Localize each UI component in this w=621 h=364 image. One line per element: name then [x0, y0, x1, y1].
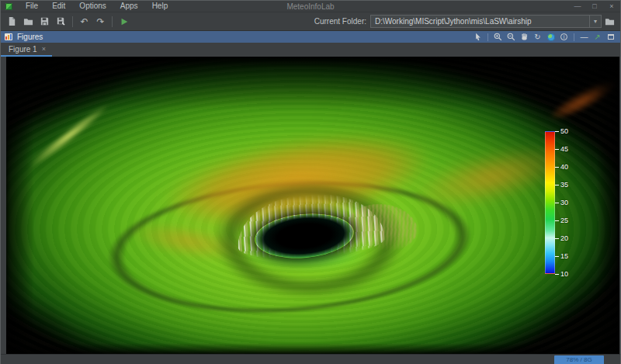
tick-line	[555, 149, 559, 150]
typhoon-eye	[253, 210, 356, 262]
tab-label: Figure 1	[9, 45, 37, 54]
figure-tools: ↻ i — ↗	[472, 32, 616, 42]
tab-close-icon[interactable]: ×	[42, 45, 46, 53]
menu-apps[interactable]: Apps	[113, 1, 145, 12]
float-arrow-icon: ↗	[594, 33, 600, 41]
tick-label: 30	[560, 199, 568, 206]
eyewall-shadow-ring	[200, 173, 418, 305]
eyewall-tan-streaks	[345, 199, 420, 255]
figure-tab-bar: Figure 1 ×	[1, 43, 620, 57]
select-tool-button[interactable]	[472, 32, 484, 42]
globe-icon	[547, 33, 555, 41]
minimize-button[interactable]: —	[569, 1, 586, 12]
current-folder-label: Current Folder:	[314, 17, 366, 26]
tick-line	[555, 131, 559, 132]
orange-rainband-upper	[148, 114, 446, 248]
app-logo-icon	[5, 3, 12, 10]
rotate-icon: ↻	[534, 33, 540, 41]
tab-figure-1[interactable]: Figure 1 ×	[1, 43, 52, 57]
storm-base-layer	[6, 57, 619, 354]
new-script-button[interactable]	[4, 13, 20, 29]
tick-label: 40	[560, 163, 568, 171]
browse-folder-icon	[605, 16, 615, 26]
pan-hand-icon	[520, 33, 529, 41]
tick-label: 50	[560, 127, 568, 135]
zoom-in-button[interactable]	[492, 32, 504, 42]
eye-green-rim	[235, 239, 375, 272]
save-as-button[interactable]	[53, 13, 69, 29]
tick-label: 10	[560, 270, 568, 278]
restore-window-icon	[608, 34, 614, 40]
tools-separator	[574, 33, 574, 41]
open-file-button[interactable]	[20, 13, 36, 29]
open-folder-icon	[23, 16, 33, 26]
save-button[interactable]	[36, 13, 53, 29]
maximize-button[interactable]: □	[586, 1, 603, 12]
bar-red	[5, 36, 7, 40]
canvas-row: 504540353025201510	[1, 57, 620, 354]
tick-label: 45	[560, 145, 568, 153]
menu-help[interactable]: Help	[145, 1, 175, 12]
menu-edit[interactable]: Edit	[45, 1, 72, 12]
toolbar-separator	[72, 16, 73, 27]
yellow-streak-upper-left	[22, 98, 115, 174]
redo-button[interactable]: ↷	[92, 13, 109, 29]
new-file-icon	[7, 16, 17, 26]
save-as-icon	[56, 16, 66, 26]
colorbar-gradient	[545, 131, 555, 274]
colorbar-ticks: 504540353025201510	[555, 131, 577, 274]
identify-button[interactable]: i	[558, 32, 570, 42]
bar-orange	[8, 35, 9, 40]
storm-texture-layer	[6, 57, 619, 354]
figures-panel-header: Figures	[1, 31, 620, 43]
title-bar: File Edit Options Apps Help MeteoInfoLab…	[1, 1, 620, 12]
cursor-arrow-icon	[474, 33, 482, 41]
zoom-out-button[interactable]	[505, 32, 517, 42]
full-extent-button[interactable]	[545, 32, 557, 42]
tick-line	[555, 256, 559, 257]
status-bar: 78% / 8G	[1, 354, 620, 364]
current-folder-combobox[interactable]: D:\Working\MIScript\Jython\mis\LaSW\airs…	[370, 15, 602, 28]
tick-label: 15	[560, 252, 568, 260]
redo-icon: ↷	[96, 17, 104, 26]
outer-spiral-arc	[103, 168, 477, 325]
vignette-layer	[6, 57, 619, 354]
close-button[interactable]: ×	[603, 1, 620, 12]
pan-tool-button[interactable]	[519, 32, 530, 42]
colorbar: 504540353025201510	[545, 131, 577, 274]
memory-usage-badge[interactable]: 78% / 8G	[554, 355, 604, 364]
current-folder-value[interactable]: D:\Working\MIScript\Jython\mis\LaSW\airs…	[371, 17, 589, 26]
figures-chart-icon	[5, 33, 12, 40]
panel-minimize-icon: —	[581, 33, 588, 41]
tick-line	[555, 185, 559, 185]
tick-label: 35	[560, 181, 568, 189]
panel-float-button[interactable]: ↗	[592, 32, 603, 42]
eyewall-cloud-streaks	[234, 189, 386, 262]
toolbar-separator	[112, 16, 113, 27]
zoom-out-icon	[507, 33, 515, 41]
orange-rainband-left	[120, 213, 256, 271]
bar-blue	[10, 34, 12, 40]
figure-canvas[interactable]: 504540353025201510	[6, 57, 619, 354]
tick-line	[555, 220, 559, 221]
window-controls: — □ ×	[569, 1, 620, 12]
info-icon: i	[560, 33, 567, 40]
tick-label: 20	[560, 234, 568, 242]
save-icon	[40, 16, 50, 26]
browse-folder-button[interactable]	[602, 13, 617, 29]
panel-minimize-button[interactable]: —	[578, 32, 590, 42]
run-script-button[interactable]	[116, 13, 132, 29]
main-toolbar: ↶ ↷ Current Folder: D:\Working\MIScript\…	[1, 12, 620, 31]
tools-separator	[487, 33, 488, 41]
panel-restore-button[interactable]	[605, 32, 616, 42]
menu-options[interactable]: Options	[72, 1, 113, 12]
combo-dropdown-icon[interactable]: ▾	[589, 16, 601, 27]
tick-line	[555, 203, 559, 203]
tick-line	[555, 167, 559, 168]
rotate-tool-button[interactable]: ↻	[532, 32, 543, 42]
tick-label: 25	[560, 217, 568, 224]
tick-line	[555, 238, 559, 239]
undo-icon: ↶	[80, 17, 88, 26]
undo-button[interactable]: ↶	[76, 13, 92, 29]
menu-file[interactable]: File	[19, 1, 45, 12]
